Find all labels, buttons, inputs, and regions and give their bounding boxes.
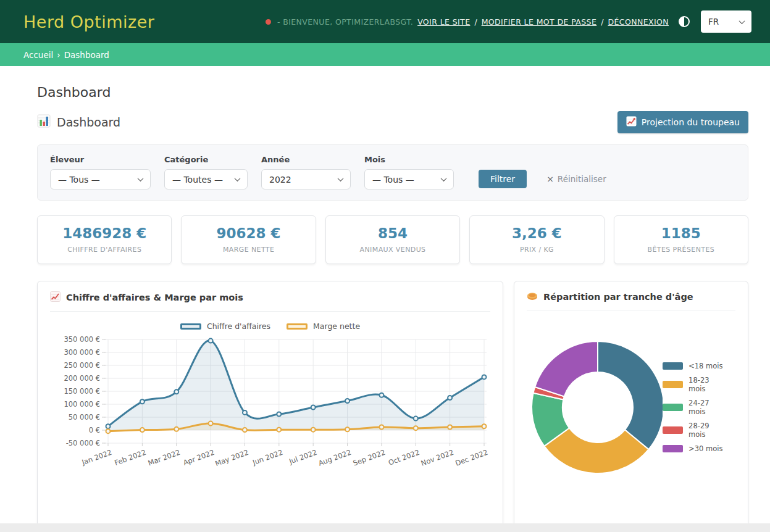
age-distribution-chart-card: Répartition par tranche d'âge <18 mois18… <box>514 281 748 532</box>
line-chart-title: Chiffre d'affaires & Marge par mois <box>50 291 490 312</box>
kpi-value: 854 <box>330 225 456 241</box>
link-separator: / <box>474 17 477 27</box>
annee-label: Année <box>261 155 351 164</box>
breadcrumb-current: Dashboard <box>64 50 109 60</box>
mois-select[interactable]: — Tous — <box>364 169 454 189</box>
svg-text:350 000 €: 350 000 € <box>64 335 100 344</box>
legend-swatch <box>663 445 683 452</box>
legend-item[interactable]: 18-23 mois <box>663 376 726 393</box>
legend-item[interactable]: Chiffre d'affaires <box>180 322 270 331</box>
kpi-card-prix-kg: 3,26 € PRIX / KG <box>469 215 604 264</box>
contrast-toggle-icon[interactable] <box>678 15 690 28</box>
kpi-row: 1486928 € CHIFFRE D'AFFAIRES 90628 € MAR… <box>37 215 748 264</box>
top-bar-right: - BIENVENUE, OPTIMIZERLABSGT. VOIR LE SI… <box>266 10 751 33</box>
chevron-down-icon <box>739 18 745 24</box>
breadcrumb-separator: › <box>57 50 60 60</box>
legend-label: <18 mois <box>688 362 722 370</box>
welcome-text: - BIENVENUE, OPTIMIZERLABSGT. <box>277 17 413 27</box>
filter-group-categorie: Catégorie — Toutes — <box>164 155 248 189</box>
eleveur-select[interactable]: — Tous — <box>50 169 151 189</box>
view-site-link[interactable]: VOIR LE SITE <box>417 17 470 27</box>
chart-increasing-icon <box>626 116 637 128</box>
legend-label: Chiffre d'affaires <box>207 322 270 331</box>
revenue-margin-line-chart[interactable]: 350 000 €300 000 €250 000 €200 000 €150 … <box>50 332 490 491</box>
section-title-label: Dashboard <box>57 115 120 129</box>
svg-text:Jul 2022: Jul 2022 <box>287 448 318 467</box>
svg-text:Feb 2022: Feb 2022 <box>114 448 148 467</box>
svg-text:Mar 2022: Mar 2022 <box>147 448 182 468</box>
status-dot-icon <box>266 19 271 25</box>
chevron-down-icon <box>138 175 144 181</box>
svg-text:May 2022: May 2022 <box>214 448 249 468</box>
legend-item[interactable]: 24-27 mois <box>663 399 726 416</box>
filtrer-button[interactable]: Filtrer <box>479 170 527 188</box>
kpi-label: BÊTES PRÉSENTES <box>618 246 744 254</box>
svg-text:50 000 €: 50 000 € <box>69 413 100 422</box>
legend-swatch <box>663 426 683 434</box>
kpi-value: 1486928 € <box>41 225 167 241</box>
language-select[interactable]: FR <box>701 10 751 33</box>
eleveur-select-value: — Tous — <box>58 175 100 185</box>
legend-swatch <box>663 404 683 411</box>
app-logo[interactable]: Herd Optimizer <box>23 12 154 31</box>
svg-text:Aug 2022: Aug 2022 <box>317 448 353 468</box>
reinitialiser-label: Réinitialiser <box>558 174 606 184</box>
chevron-down-icon <box>235 175 241 181</box>
legend-label: >30 mois <box>688 444 722 453</box>
svg-text:150 000 €: 150 000 € <box>64 387 100 396</box>
svg-text:Oct 2022: Oct 2022 <box>387 448 421 467</box>
filter-actions: Filtrer × Réinitialiser <box>479 170 606 189</box>
categorie-select[interactable]: — Toutes — <box>164 169 248 189</box>
kpi-label: CHIFFRE D'AFFAIRES <box>41 246 167 254</box>
breadcrumb-home-link[interactable]: Accueil <box>23 50 53 60</box>
breadcrumb: Accueil › Dashboard <box>0 43 770 66</box>
bar-chart-icon <box>37 114 51 130</box>
annee-select-value: 2022 <box>269 175 291 185</box>
donut-chart-title-label: Répartition par tranche d'âge <box>543 292 693 302</box>
legend-swatch <box>663 362 683 370</box>
projection-du-troupeau-button[interactable]: Projection du troupeau <box>617 111 748 133</box>
top-bar: Herd Optimizer - BIENVENUE, OPTIMIZERLAB… <box>0 0 770 43</box>
kpi-card-betes-presentes: 1185 BÊTES PRÉSENTES <box>614 215 748 264</box>
kpi-card-marge-nette: 90628 € MARGE NETTE <box>181 215 316 264</box>
svg-text:Apr 2022: Apr 2022 <box>182 448 216 467</box>
legend-item[interactable]: 28-29 mois <box>663 422 726 439</box>
chevron-down-icon <box>441 175 447 181</box>
chevron-down-icon <box>338 175 344 181</box>
annee-select[interactable]: 2022 <box>261 169 351 189</box>
section-title: Dashboard <box>37 114 120 130</box>
kpi-value: 90628 € <box>185 225 311 241</box>
legend-item[interactable]: <18 mois <box>663 362 726 370</box>
kpi-value: 1185 <box>618 225 744 241</box>
svg-text:0 €: 0 € <box>89 426 100 434</box>
legend-label: 18-23 mois <box>688 376 726 393</box>
eleveur-label: Éleveur <box>50 155 151 164</box>
legend-swatch <box>663 381 683 388</box>
svg-text:200 000 €: 200 000 € <box>64 374 100 383</box>
reinitialiser-link[interactable]: × Réinitialiser <box>546 174 606 184</box>
svg-text:-50 000 €: -50 000 € <box>66 439 100 447</box>
mois-select-value: — Tous — <box>372 175 414 185</box>
revenue-margin-chart-card: Chiffre d'affaires & Marge par mois Chif… <box>37 281 503 532</box>
kpi-label: PRIX / KG <box>474 246 600 254</box>
charts-row: Chiffre d'affaires & Marge par mois Chif… <box>37 281 748 532</box>
filter-group-eleveur: Éleveur — Tous — <box>50 155 151 189</box>
dashboard-page: Herd Optimizer - BIENVENUE, OPTIMIZERLAB… <box>0 0 770 532</box>
legend-label: 24-27 mois <box>688 399 726 416</box>
logout-link[interactable]: DÉCONNEXION <box>608 17 669 27</box>
line-chart-legend: Chiffre d'affairesMarge nette <box>50 322 490 331</box>
svg-text:Jan 2022: Jan 2022 <box>80 448 113 467</box>
link-separator: / <box>601 17 603 27</box>
filter-panel: Éleveur — Tous — Catégorie — Toutes — An… <box>37 144 748 201</box>
page-title: Dashboard <box>37 85 748 100</box>
chart-increasing-icon <box>50 291 61 304</box>
footer-strip <box>0 523 770 532</box>
legend-item[interactable]: >30 mois <box>663 444 726 453</box>
donut-chart-legend: <18 mois18-23 mois24-27 mois28-29 mois>3… <box>663 356 726 459</box>
change-password-link[interactable]: MODIFIER LE MOT DE PASSE <box>482 17 597 27</box>
main-content: Dashboard Dashboard <box>37 85 748 532</box>
svg-text:250 000 €: 250 000 € <box>64 361 100 370</box>
legend-item[interactable]: Marge nette <box>287 322 360 331</box>
mois-label: Mois <box>364 155 454 164</box>
age-distribution-donut-chart[interactable] <box>527 336 663 478</box>
